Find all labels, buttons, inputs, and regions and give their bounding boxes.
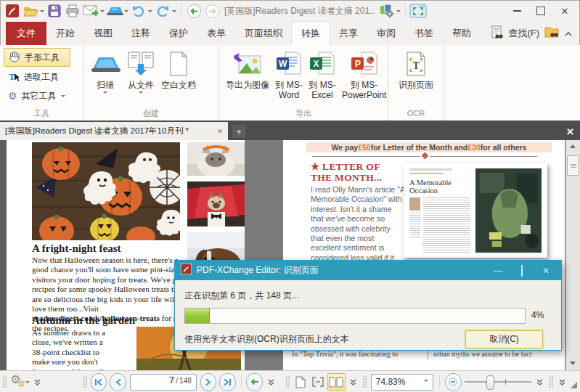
find-label[interactable]: 查找(F) (508, 27, 539, 40)
save-button[interactable] (46, 2, 63, 20)
print-button[interactable] (64, 2, 81, 20)
close-button[interactable]: ✕ (553, 1, 576, 20)
zoom-level-select[interactable]: 74.83% (371, 374, 434, 391)
tab-help[interactable]: 帮助 (443, 22, 481, 45)
toolbar-grip[interactable] (2, 375, 7, 388)
app-window: [英国版]Readers Digest 读者文摘 201.. ✕ 文件 开始 视… (0, 0, 580, 392)
undo-button[interactable] (130, 2, 147, 20)
divider-ornament-icon (422, 152, 429, 160)
zoom-out-button[interactable] (445, 373, 461, 391)
scroll-down-button[interactable] (567, 358, 579, 369)
to-word-button[interactable]: W 到 MS- Word (272, 46, 306, 100)
first-page-button[interactable] (91, 373, 107, 391)
zoom-overflow-chevron-icon[interactable] (536, 378, 544, 386)
next-page-button[interactable] (200, 373, 216, 391)
zoom-slider[interactable] (465, 374, 531, 390)
document-tab[interactable]: [英国版]Readers Digest 读者文摘 2017年10月刊 * ✕ (0, 122, 228, 140)
zoom-grip[interactable] (362, 375, 367, 388)
ocr-pages-button[interactable]: T 识别页面 (396, 46, 436, 90)
zoom-slider-tick (505, 379, 506, 385)
export-image-button[interactable]: 导出为图像 (223, 46, 272, 90)
blank-doc-button[interactable]: 空白文档 (158, 46, 199, 90)
dialog-minimize-button[interactable]: — (489, 266, 507, 276)
scrollbar-thumb[interactable] (567, 155, 579, 176)
tab-form[interactable]: 表单 (197, 22, 235, 45)
scanner-icon (90, 48, 121, 80)
other-tools-label: 其它工具 (22, 90, 57, 102)
new-tab-button[interactable]: + (232, 125, 245, 138)
dialog-close-button[interactable]: ✕ (536, 266, 555, 276)
group-tools-caption: 工具 (4, 108, 79, 121)
to-powerpoint-button[interactable]: P 到 MS- PowerPoint (339, 46, 389, 100)
arrow-down-icon (570, 362, 576, 368)
svg-text:P: P (355, 59, 361, 69)
tab-view[interactable]: 视图 (84, 22, 122, 45)
view-overflow-chevron-icon[interactable] (349, 378, 357, 386)
zoom-slider-track[interactable] (465, 381, 531, 383)
letter-heading: ★ LETTER OFTHE MONTH... (311, 161, 382, 183)
status-options-caret[interactable] (25, 381, 30, 385)
open-dropdown-caret[interactable] (40, 10, 44, 15)
tab-organize[interactable]: 页面组织 (235, 22, 292, 45)
email-button[interactable] (82, 2, 99, 20)
to-excel-button[interactable]: X 到 MS- Excel (306, 46, 339, 100)
select-tool-button[interactable]: T 选取工具 (4, 68, 70, 86)
scan-dropdown-caret[interactable] (124, 10, 128, 15)
previous-page-button[interactable] (110, 373, 126, 391)
tab-file[interactable]: 文件 (6, 22, 46, 45)
scan-button[interactable] (106, 2, 123, 20)
undo-dropdown-caret[interactable] (148, 10, 152, 15)
minimize-button[interactable] (505, 1, 528, 20)
other-tools-button[interactable]: ⚙ 其它工具 (4, 87, 70, 105)
tab-protect[interactable]: 保护 (160, 22, 197, 45)
expand-toolbar-chevron-icon[interactable] (33, 378, 41, 386)
view-grip[interactable] (285, 375, 290, 388)
resize-corner-handle[interactable] (571, 382, 577, 388)
tab-review[interactable]: 审阅 (367, 22, 405, 45)
zoom-slider-thumb[interactable] (486, 375, 494, 390)
tab-bookmarks[interactable]: 书签 (405, 22, 443, 45)
nav-overflow-chevron-icon[interactable] (267, 378, 275, 386)
tab-share[interactable]: 共享 (330, 22, 367, 45)
maximize-button[interactable] (529, 1, 552, 20)
dialog-maximize-button[interactable] (512, 266, 531, 276)
document-tab-close-icon[interactable]: ✕ (217, 128, 223, 135)
tab-convert[interactable]: 转换 (292, 22, 330, 45)
article-body-1-text: Now that Halloween season is here, there… (32, 256, 184, 313)
single-page-view-button[interactable] (293, 374, 309, 391)
back-button[interactable] (185, 2, 203, 20)
two-page-view-button[interactable] (327, 373, 345, 391)
tab-bar-close-button[interactable]: ✕ (566, 126, 574, 137)
ocr-icon: T (404, 48, 428, 80)
from-file-button[interactable]: 从文件 (123, 46, 158, 96)
vertical-scrollbar[interactable] (565, 140, 580, 370)
status-options-button[interactable]: ⚙⚙ (9, 374, 25, 390)
theme-icon[interactable] (378, 2, 396, 20)
email-dropdown-caret[interactable] (100, 10, 105, 15)
collapse-ribbon-chevron-icon[interactable] (564, 28, 573, 39)
far-right-chevron-icon[interactable] (558, 378, 566, 386)
dialog-title-bar[interactable]: PDF-XChange Editor: 识别页面 — ✕ (175, 261, 561, 280)
open-button[interactable] (22, 2, 39, 20)
cancel-button[interactable]: 取消(C) (465, 330, 543, 348)
page-number-input[interactable]: 7 / 148 (130, 374, 197, 391)
redo-dropdown-caret[interactable] (172, 10, 176, 15)
find-document-icon[interactable] (491, 25, 504, 42)
nav-grip[interactable] (83, 375, 87, 388)
redo-button[interactable] (154, 2, 171, 20)
hand-tool-button[interactable]: 手形工具 (4, 48, 70, 67)
forward-button[interactable] (203, 2, 221, 20)
scan-create-button[interactable]: 扫描 (87, 46, 123, 96)
theme-dropdown-caret[interactable] (396, 10, 401, 15)
fit-width-button[interactable] (310, 374, 326, 391)
search-folder-icon[interactable] (544, 25, 560, 41)
scroll-up-button[interactable] (567, 141, 579, 152)
right-grip[interactable] (549, 375, 553, 388)
tab-home[interactable]: 开始 (46, 22, 84, 45)
tab-comment[interactable]: 注释 (122, 22, 160, 45)
last-page-button[interactable] (219, 373, 235, 391)
fullscreen-button[interactable] (409, 2, 427, 20)
pane-edge (0, 140, 7, 370)
previous-view-button[interactable] (246, 373, 262, 391)
article-headline-2: Autumn in the garden (32, 314, 135, 327)
